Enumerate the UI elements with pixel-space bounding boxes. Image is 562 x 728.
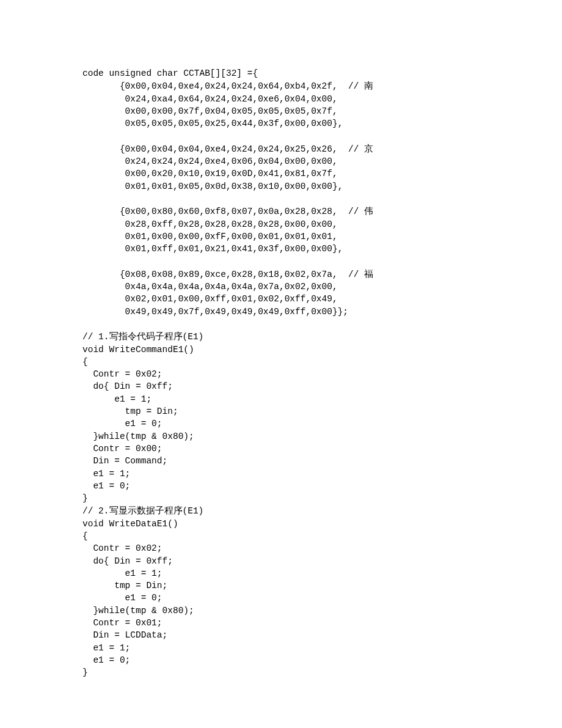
code-line: void WriteCommandE1() (82, 345, 194, 355)
code-line: }while(tmp & 0x80); (82, 606, 194, 616)
code-line: 0x01,0x01,0x05,0x0d,0x38,0x10,0x00,0x00}… (82, 182, 343, 191)
code-line: (E1) (183, 332, 204, 342)
code-line: Contr = 0x00; (82, 444, 162, 454)
comment-cjk: 写指令代码子程序 (109, 331, 183, 341)
comment-cjk: 京 (364, 144, 373, 153)
code-line: {0x08,0x08,0x89,0xce,0x28,0x18,0x02,0x7a… (82, 270, 364, 279)
comment-cjk: 福 (364, 269, 373, 279)
code-line: 0x00,0x20,0x10,0x19,0x0D,0x41,0x81,0x7f, (82, 169, 338, 178)
comment-cjk: 写显示数据子程序 (109, 506, 183, 515)
code-line: 0x24,0x24,0x24,0xe4,0x06,0x04,0x00,0x00, (82, 156, 338, 166)
code-line: 0x49,0x49,0x7f,0x49,0x49,0x49,0xff,0x00}… (82, 307, 348, 317)
code-line: 0x4a,0x4a,0x4a,0x4a,0x4a,0x7a,0x02,0x00, (82, 282, 338, 292)
code-line: Contr = 0x02; (82, 369, 162, 379)
code-line: e1 = 1; (82, 394, 151, 404)
code-line: } (82, 493, 88, 503)
comment-cjk: 伟 (364, 206, 373, 216)
code-line: 0x28,0xff,0x28,0x28,0x28,0x28,0x00,0x00, (82, 219, 338, 229)
code-line: void WriteDataE1() (82, 519, 178, 529)
code-page: code unsigned char CCTAB[][32] ={ {0x00,… (0, 0, 562, 728)
code-line: 0x02,0x01,0x00,0xff,0x01,0x02,0xff,0x49, (82, 294, 338, 304)
code-line: } (82, 667, 88, 677)
code-line: {0x00,0x04,0xe4,0x24,0x24,0x64,0xb4,0x2f… (82, 81, 364, 91)
code-line: Din = LCDData; (82, 630, 167, 640)
code-line: e1 = 1; (82, 469, 130, 479)
code-line: (E1) (183, 506, 204, 516)
code-line: {0x00,0x80,0x60,0xf8,0x07,0x0a,0x28,0x28… (82, 207, 364, 216)
code-line: Din = Command; (82, 456, 167, 466)
code-line: // 2. (82, 506, 109, 516)
code-line: 0x05,0x05,0x05,0x25,0x44,0x3f,0x00,0x00}… (82, 119, 343, 128)
code-line: e1 = 0; (82, 593, 162, 603)
code-line: do{ Din = 0xff; (82, 556, 173, 566)
code-line: code unsigned char CCTAB[][32] ={ (82, 68, 258, 78)
code-line: Contr = 0x01; (82, 618, 162, 628)
code-line: 0x01,0x00,0x00,0xfF,0x00,0x01,0x01,0x01, (82, 232, 338, 241)
comment-cjk: 南 (364, 81, 373, 90)
code-line: e1 = 0; (82, 419, 162, 428)
code-line: tmp = Din; (82, 406, 178, 416)
code-line: {0x00,0x04,0x04,0xe4,0x24,0x24,0x25,0x26… (82, 144, 364, 154)
code-line: tmp = Din; (82, 581, 167, 590)
code-line: e1 = 1; (82, 568, 162, 578)
code-line: Contr = 0x02; (82, 543, 162, 553)
code-line: e1 = 1; (82, 643, 130, 653)
code-line: e1 = 0; (82, 481, 130, 491)
code-line: do{ Din = 0xff; (82, 381, 173, 391)
code-line: 0x00,0x00,0x7f,0x04,0x05,0x05,0x05,0x7f, (82, 106, 338, 116)
code-line: e1 = 0; (82, 655, 130, 665)
code-line: 0x24,0xa4,0x64,0x24,0x24,0xe6,0x04,0x00, (82, 94, 338, 104)
code-line: { (82, 357, 88, 367)
code-line: { (82, 531, 88, 541)
code-line: 0x01,0xff,0x01,0x21,0x41,0x3f,0x00,0x00}… (82, 244, 343, 254)
code-line: // 1. (82, 332, 109, 342)
code-line: }while(tmp & 0x80); (82, 432, 194, 441)
